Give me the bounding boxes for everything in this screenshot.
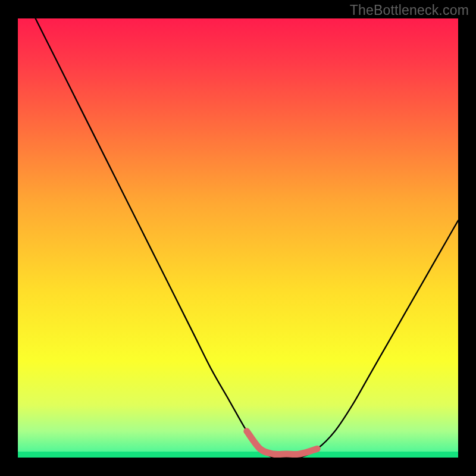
plot-area bbox=[18, 18, 458, 458]
bottleneck-curve-path bbox=[36, 18, 458, 458]
curve-svg bbox=[18, 18, 458, 458]
attribution-label: TheBottleneck.com bbox=[350, 2, 469, 18]
chart-stage: TheBottleneck.com bbox=[0, 0, 476, 476]
curve-highlight-path bbox=[247, 431, 317, 455]
